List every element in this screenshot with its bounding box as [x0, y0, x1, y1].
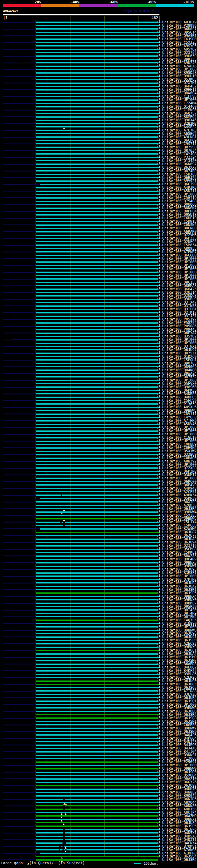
alignment-bar[interactable]: [36, 420, 157, 422]
alignment-bar[interactable]: [36, 42, 157, 43]
alignment-bar[interactable]: [36, 376, 157, 377]
alignment-bar[interactable]: [36, 477, 157, 479]
alignment-bar[interactable]: [36, 829, 157, 830]
alignment-bar[interactable]: [36, 680, 157, 682]
alignment-bar[interactable]: [36, 113, 157, 114]
alignment-bar[interactable]: [36, 572, 157, 574]
alignment-bar[interactable]: [36, 211, 157, 212]
alignment-bar[interactable]: [36, 288, 157, 290]
alignment-bar[interactable]: [36, 238, 157, 239]
alignment-bar[interactable]: [36, 738, 157, 739]
alignment-bar[interactable]: [36, 393, 157, 395]
alignment-bar[interactable]: [36, 258, 157, 259]
alignment-bar[interactable]: [36, 204, 157, 206]
alignment-bar[interactable]: [36, 349, 157, 350]
alignment-bar[interactable]: [36, 208, 157, 209]
alignment-bar[interactable]: [36, 721, 157, 722]
alignment-bar[interactable]: [36, 856, 157, 857]
alignment-bar[interactable]: [36, 221, 157, 222]
alignment-bar[interactable]: [36, 76, 157, 77]
alignment-bar[interactable]: [36, 170, 157, 172]
alignment-bar[interactable]: [36, 214, 157, 216]
alignment-bar[interactable]: [36, 633, 157, 634]
alignment-bar[interactable]: [36, 751, 157, 752]
alignment-bar[interactable]: [36, 278, 157, 280]
alignment-bar[interactable]: [36, 815, 157, 816]
alignment-bar[interactable]: [36, 788, 157, 790]
alignment-bar[interactable]: [36, 407, 157, 408]
alignment-bar[interactable]: [36, 748, 157, 749]
alignment-bar[interactable]: [36, 235, 157, 236]
alignment-bar[interactable]: [36, 366, 157, 367]
alignment-bar[interactable]: [36, 424, 157, 425]
alignment-bar[interactable]: [36, 123, 157, 124]
alignment-bar[interactable]: [36, 352, 157, 354]
alignment-bar[interactable]: [36, 410, 157, 411]
alignment-bar[interactable]: [36, 147, 157, 148]
alignment-bar[interactable]: [36, 836, 157, 837]
alignment-bar[interactable]: [36, 66, 157, 67]
alignment-bar[interactable]: [36, 451, 157, 452]
alignment-bar[interactable]: [36, 120, 157, 121]
alignment-bar[interactable]: [36, 319, 157, 320]
alignment-bar[interactable]: [36, 153, 157, 155]
alignment-bar[interactable]: [36, 839, 157, 840]
alignment-bar[interactable]: [36, 285, 157, 286]
alignment-bar[interactable]: [36, 586, 157, 587]
alignment-bar[interactable]: [36, 562, 157, 563]
alignment-bar[interactable]: [36, 106, 157, 107]
alignment-bar[interactable]: [36, 22, 157, 23]
alignment-bar[interactable]: [36, 363, 157, 364]
alignment-bar[interactable]: [36, 417, 157, 418]
alignment-bar[interactable]: [36, 316, 157, 317]
alignment-bar[interactable]: [36, 292, 157, 293]
alignment-bar[interactable]: [36, 261, 157, 262]
alignment-bar[interactable]: [36, 606, 157, 607]
alignment-bar[interactable]: [36, 427, 157, 428]
alignment-bar[interactable]: [36, 248, 157, 249]
alignment-bar[interactable]: [36, 630, 157, 631]
alignment-bar[interactable]: [36, 602, 157, 604]
alignment-bar[interactable]: [36, 660, 157, 661]
alignment-bar[interactable]: [36, 545, 157, 547]
alignment-bar[interactable]: [36, 775, 157, 776]
alignment-bar[interactable]: [36, 322, 157, 323]
alignment-bar[interactable]: [36, 282, 157, 283]
alignment-bar[interactable]: [36, 197, 157, 198]
alignment-bar[interactable]: [36, 265, 157, 266]
alignment-bar[interactable]: [36, 191, 157, 192]
alignment-bar[interactable]: [36, 707, 157, 709]
alignment-bar[interactable]: [36, 532, 157, 533]
alignment-bar[interactable]: [36, 599, 157, 600]
alignment-bar[interactable]: [36, 336, 157, 337]
alignment-bar[interactable]: [36, 49, 157, 50]
alignment-bar[interactable]: [36, 312, 157, 313]
alignment-bar[interactable]: [36, 508, 157, 509]
alignment-bar[interactable]: [36, 694, 157, 695]
alignment-bar[interactable]: [36, 687, 157, 688]
alignment-bar[interactable]: [40, 528, 157, 530]
alignment-bar[interactable]: [36, 255, 157, 256]
alignment-bar[interactable]: [36, 758, 157, 759]
alignment-bar[interactable]: [36, 542, 157, 543]
alignment-bar[interactable]: [36, 569, 157, 570]
alignment-bar[interactable]: [36, 79, 157, 81]
alignment-bar[interactable]: [36, 609, 157, 611]
alignment-bar[interactable]: [36, 110, 157, 111]
alignment-bar[interactable]: [36, 295, 157, 297]
alignment-bar[interactable]: [36, 724, 157, 725]
alignment-bar[interactable]: [36, 734, 157, 736]
alignment-bar[interactable]: [36, 72, 157, 73]
alignment-bar[interactable]: [36, 819, 157, 820]
alignment-bar[interactable]: [36, 745, 157, 746]
alignment-bar[interactable]: [36, 339, 157, 341]
alignment-bar[interactable]: [36, 309, 157, 310]
alignment-bar[interactable]: [36, 272, 157, 273]
alignment-bar[interactable]: [36, 130, 157, 131]
alignment-bar[interactable]: [36, 559, 157, 560]
alignment-bar[interactable]: [36, 228, 157, 229]
alignment-bar[interactable]: [36, 782, 157, 783]
alignment-bar[interactable]: [36, 160, 157, 161]
alignment-bar[interactable]: [36, 25, 157, 26]
alignment-bar[interactable]: [36, 302, 157, 303]
